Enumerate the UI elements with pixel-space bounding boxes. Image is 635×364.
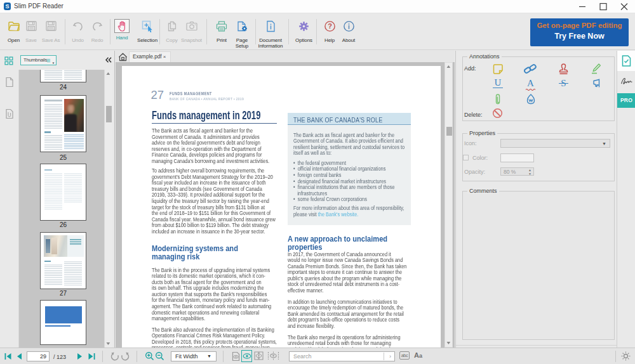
svg-text:?: ?	[328, 22, 332, 30]
